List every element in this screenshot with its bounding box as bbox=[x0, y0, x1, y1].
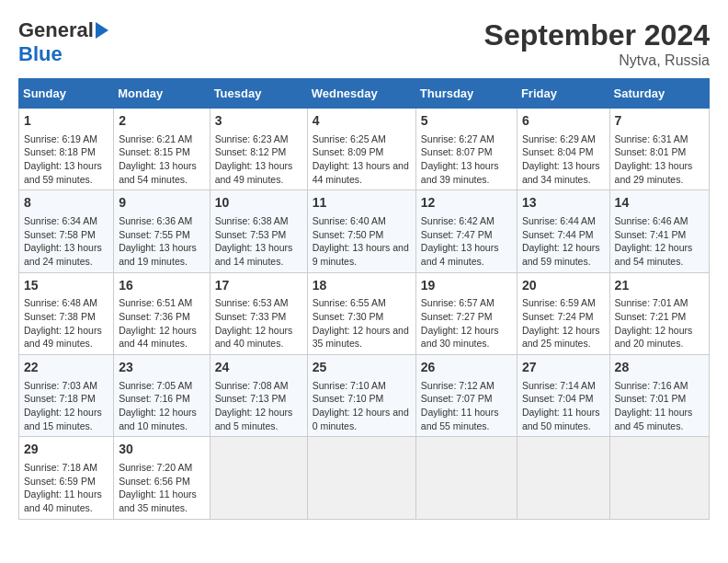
day-info: Sunrise: 6:57 AMSunset: 7:27 PMDaylight:… bbox=[421, 296, 512, 350]
day-number: 4 bbox=[313, 112, 411, 131]
day-info: Sunrise: 6:29 AMSunset: 8:04 PMDaylight:… bbox=[522, 132, 605, 187]
day-number: 19 bbox=[421, 277, 512, 295]
day-number: 17 bbox=[215, 277, 302, 295]
calendar-day-cell: 15 Sunrise: 6:48 AMSunset: 7:38 PMDaylig… bbox=[19, 272, 114, 354]
day-info: Sunrise: 6:42 AMSunset: 7:47 PMDaylight:… bbox=[421, 214, 512, 269]
page-title: September 2024 bbox=[484, 18, 710, 52]
day-number: 14 bbox=[615, 194, 704, 213]
calendar-body: 1 Sunrise: 6:19 AMSunset: 8:18 PMDayligh… bbox=[19, 109, 710, 520]
day-number: 24 bbox=[215, 359, 302, 377]
day-number: 18 bbox=[313, 277, 411, 295]
day-info: Sunrise: 6:36 AMSunset: 7:55 PMDaylight:… bbox=[119, 214, 204, 269]
day-number: 11 bbox=[313, 194, 411, 213]
calendar-day-cell: 20 Sunrise: 6:59 AMSunset: 7:24 PMDaylig… bbox=[517, 272, 609, 354]
day-number: 13 bbox=[522, 194, 605, 213]
calendar-day-cell: 24 Sunrise: 7:08 AMSunset: 7:13 PMDaylig… bbox=[210, 355, 307, 437]
logo: General Blue bbox=[18, 18, 110, 66]
day-info: Sunrise: 7:01 AMSunset: 7:21 PMDaylight:… bbox=[615, 296, 704, 350]
logo-blue: Blue bbox=[18, 42, 63, 65]
day-info: Sunrise: 6:23 AMSunset: 8:12 PMDaylight:… bbox=[215, 132, 302, 187]
calendar-day-cell bbox=[415, 437, 517, 519]
calendar-day-cell bbox=[210, 437, 307, 519]
calendar-week-row: 15 Sunrise: 6:48 AMSunset: 7:38 PMDaylig… bbox=[19, 272, 710, 354]
calendar-day-cell: 1 Sunrise: 6:19 AMSunset: 8:18 PMDayligh… bbox=[19, 109, 114, 190]
day-info: Sunrise: 6:51 AMSunset: 7:36 PMDaylight:… bbox=[119, 296, 204, 350]
logo-general: General bbox=[18, 18, 94, 42]
day-number: 28 bbox=[615, 359, 704, 377]
calendar-day-cell: 22 Sunrise: 7:03 AMSunset: 7:18 PMDaylig… bbox=[19, 355, 114, 437]
calendar-day-cell bbox=[307, 437, 415, 519]
calendar-week-row: 8 Sunrise: 6:34 AMSunset: 7:58 PMDayligh… bbox=[19, 190, 710, 272]
calendar-day-cell: 9 Sunrise: 6:36 AMSunset: 7:55 PMDayligh… bbox=[114, 190, 210, 272]
day-number: 15 bbox=[24, 277, 108, 295]
day-info: Sunrise: 6:21 AMSunset: 8:15 PMDaylight:… bbox=[119, 132, 204, 187]
day-info: Sunrise: 6:31 AMSunset: 8:01 PMDaylight:… bbox=[615, 132, 704, 187]
day-info: Sunrise: 7:05 AMSunset: 7:16 PMDaylight:… bbox=[119, 379, 204, 433]
day-info: Sunrise: 7:12 AMSunset: 7:07 PMDaylight:… bbox=[421, 379, 512, 433]
calendar-day-cell: 16 Sunrise: 6:51 AMSunset: 7:36 PMDaylig… bbox=[114, 272, 210, 354]
day-number: 30 bbox=[119, 441, 204, 459]
calendar-day-cell: 10 Sunrise: 6:38 AMSunset: 7:53 PMDaylig… bbox=[210, 190, 307, 272]
day-number: 22 bbox=[24, 359, 108, 377]
day-info: Sunrise: 6:27 AMSunset: 8:07 PMDaylight:… bbox=[421, 132, 512, 187]
calendar-day-cell: 7 Sunrise: 6:31 AMSunset: 8:01 PMDayligh… bbox=[609, 109, 709, 190]
day-number: 26 bbox=[421, 359, 512, 377]
day-info: Sunrise: 6:34 AMSunset: 7:58 PMDaylight:… bbox=[24, 214, 108, 269]
calendar-day-cell: 26 Sunrise: 7:12 AMSunset: 7:07 PMDaylig… bbox=[415, 355, 517, 437]
logo-arrow-icon bbox=[96, 22, 108, 39]
day-info: Sunrise: 6:25 AMSunset: 8:09 PMDaylight:… bbox=[313, 132, 411, 187]
day-number: 29 bbox=[24, 441, 108, 459]
title-block: September 2024 Nytva, Russia bbox=[484, 18, 710, 69]
calendar-day-cell: 25 Sunrise: 7:10 AMSunset: 7:10 PMDaylig… bbox=[307, 355, 415, 437]
day-number: 2 bbox=[119, 112, 204, 131]
day-info: Sunrise: 6:44 AMSunset: 7:44 PMDaylight:… bbox=[522, 214, 605, 269]
calendar-week-row: 29 Sunrise: 7:18 AMSunset: 6:59 PMDaylig… bbox=[19, 437, 710, 519]
calendar-header-row: SundayMondayTuesdayWednesdayThursdayFrid… bbox=[19, 79, 710, 109]
calendar-day-cell: 30 Sunrise: 7:20 AMSunset: 6:56 PMDaylig… bbox=[114, 437, 210, 519]
day-info: Sunrise: 7:10 AMSunset: 7:10 PMDaylight:… bbox=[313, 379, 411, 433]
calendar-day-cell: 13 Sunrise: 6:44 AMSunset: 7:44 PMDaylig… bbox=[517, 190, 609, 272]
day-info: Sunrise: 6:55 AMSunset: 7:30 PMDaylight:… bbox=[313, 296, 411, 350]
day-info: Sunrise: 7:03 AMSunset: 7:18 PMDaylight:… bbox=[24, 379, 108, 433]
calendar-day-cell: 29 Sunrise: 7:18 AMSunset: 6:59 PMDaylig… bbox=[19, 437, 114, 519]
calendar-day-cell: 27 Sunrise: 7:14 AMSunset: 7:04 PMDaylig… bbox=[517, 355, 609, 437]
day-info: Sunrise: 6:46 AMSunset: 7:41 PMDaylight:… bbox=[615, 214, 704, 269]
calendar-week-row: 22 Sunrise: 7:03 AMSunset: 7:18 PMDaylig… bbox=[19, 355, 710, 437]
day-number: 16 bbox=[119, 277, 204, 295]
calendar-day-cell: 17 Sunrise: 6:53 AMSunset: 7:33 PMDaylig… bbox=[210, 272, 307, 354]
day-info: Sunrise: 6:48 AMSunset: 7:38 PMDaylight:… bbox=[24, 296, 108, 350]
day-info: Sunrise: 7:08 AMSunset: 7:13 PMDaylight:… bbox=[215, 379, 302, 433]
calendar-day-cell bbox=[609, 437, 709, 519]
day-of-week-header: Tuesday bbox=[210, 79, 307, 109]
page-header: General Blue September 2024 Nytva, Russi… bbox=[18, 18, 710, 69]
day-info: Sunrise: 7:18 AMSunset: 6:59 PMDaylight:… bbox=[24, 461, 108, 515]
calendar-day-cell: 4 Sunrise: 6:25 AMSunset: 8:09 PMDayligh… bbox=[307, 109, 415, 190]
calendar-week-row: 1 Sunrise: 6:19 AMSunset: 8:18 PMDayligh… bbox=[19, 109, 710, 190]
day-info: Sunrise: 6:19 AMSunset: 8:18 PMDaylight:… bbox=[24, 132, 108, 187]
day-of-week-header: Monday bbox=[114, 79, 210, 109]
page-subtitle: Nytva, Russia bbox=[484, 52, 710, 69]
day-of-week-header: Thursday bbox=[415, 79, 517, 109]
calendar-day-cell: 11 Sunrise: 6:40 AMSunset: 7:50 PMDaylig… bbox=[307, 190, 415, 272]
calendar-day-cell: 28 Sunrise: 7:16 AMSunset: 7:01 PMDaylig… bbox=[609, 355, 709, 437]
day-info: Sunrise: 7:20 AMSunset: 6:56 PMDaylight:… bbox=[119, 461, 204, 515]
day-of-week-header: Saturday bbox=[609, 79, 709, 109]
day-number: 27 bbox=[522, 359, 605, 377]
calendar-day-cell: 6 Sunrise: 6:29 AMSunset: 8:04 PMDayligh… bbox=[517, 109, 609, 190]
calendar-day-cell: 23 Sunrise: 7:05 AMSunset: 7:16 PMDaylig… bbox=[114, 355, 210, 437]
day-info: Sunrise: 6:53 AMSunset: 7:33 PMDaylight:… bbox=[215, 296, 302, 350]
calendar-day-cell: 14 Sunrise: 6:46 AMSunset: 7:41 PMDaylig… bbox=[609, 190, 709, 272]
calendar-day-cell: 19 Sunrise: 6:57 AMSunset: 7:27 PMDaylig… bbox=[415, 272, 517, 354]
day-number: 9 bbox=[119, 194, 204, 213]
day-info: Sunrise: 6:38 AMSunset: 7:53 PMDaylight:… bbox=[215, 214, 302, 269]
day-number: 7 bbox=[615, 112, 704, 131]
day-info: Sunrise: 7:16 AMSunset: 7:01 PMDaylight:… bbox=[615, 379, 704, 433]
day-number: 10 bbox=[215, 194, 302, 213]
calendar-day-cell: 5 Sunrise: 6:27 AMSunset: 8:07 PMDayligh… bbox=[415, 109, 517, 190]
day-number: 12 bbox=[421, 194, 512, 213]
day-number: 3 bbox=[215, 112, 302, 131]
day-number: 8 bbox=[24, 194, 108, 213]
day-number: 6 bbox=[522, 112, 605, 131]
day-number: 5 bbox=[421, 112, 512, 131]
day-info: Sunrise: 7:14 AMSunset: 7:04 PMDaylight:… bbox=[522, 379, 605, 433]
